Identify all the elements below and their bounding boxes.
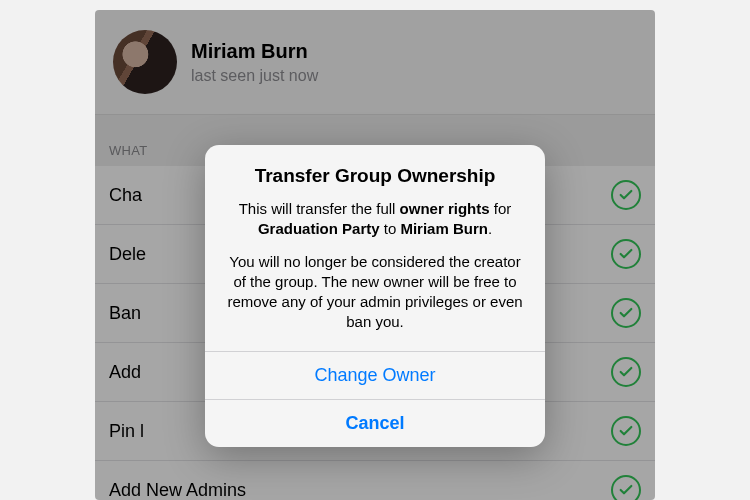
dialog-content: Transfer Group Ownership This will trans… (205, 145, 545, 351)
dialog-title: Transfer Group Ownership (223, 165, 527, 187)
transfer-ownership-dialog: Transfer Group Ownership This will trans… (205, 145, 545, 447)
dialog-paragraph: You will no longer be considered the cre… (223, 252, 527, 333)
change-owner-button[interactable]: Change Owner (205, 351, 545, 399)
cancel-button[interactable]: Cancel (205, 399, 545, 447)
admin-settings-screen: Miriam Burn last seen just now WHAT Cha … (95, 10, 655, 500)
dialog-paragraph: This will transfer the full owner rights… (223, 199, 527, 240)
dialog-body: This will transfer the full owner rights… (223, 199, 527, 333)
dialog-buttons: Change Owner Cancel (205, 351, 545, 447)
